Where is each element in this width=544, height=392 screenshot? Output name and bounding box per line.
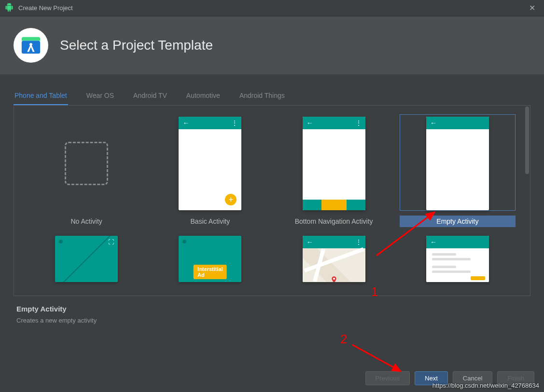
template-fullscreen[interactable]: ⛶ bbox=[25, 234, 148, 282]
template-bottom-navigation[interactable]: ←⋮ Bottom Navigation Activity bbox=[272, 114, 396, 227]
template-label: No Activity bbox=[28, 216, 144, 227]
tab-phone-tablet[interactable]: Phone and Tablet bbox=[14, 89, 68, 105]
close-button[interactable]: ✕ bbox=[525, 1, 539, 14]
fab-icon: + bbox=[225, 194, 237, 205]
window-title: Create New Project bbox=[18, 4, 525, 12]
footer-info: Empty Activity Creates a new empty activ… bbox=[14, 296, 530, 329]
ad-label: Interstitial Ad bbox=[194, 265, 227, 279]
android-studio-logo bbox=[14, 28, 48, 63]
annotation-2: 2 bbox=[340, 332, 347, 347]
template-empty-activity[interactable]: ← Empty Activity bbox=[396, 114, 519, 227]
template-gallery: No Activity ←⋮ + Basic Activity ←⋮ bbox=[14, 106, 530, 296]
template-map[interactable]: ←⋮ bbox=[272, 234, 396, 282]
tabs: Phone and Tablet Wear OS Android TV Auto… bbox=[14, 89, 530, 106]
template-interstitial-ad[interactable]: Interstitial Ad bbox=[148, 234, 272, 282]
tab-wear-os[interactable]: Wear OS bbox=[85, 89, 115, 105]
map-pin-icon bbox=[330, 275, 338, 282]
template-label: Bottom Navigation Activity bbox=[276, 216, 392, 227]
selected-template-title: Empty Activity bbox=[16, 305, 528, 313]
previous-button[interactable]: Previous bbox=[365, 371, 410, 385]
svg-point-2 bbox=[333, 278, 335, 280]
svg-line-4 bbox=[352, 345, 401, 371]
template-label: Empty Activity bbox=[400, 216, 516, 227]
tab-android-things[interactable]: Android Things bbox=[238, 89, 286, 105]
page-heading: Select a Project Template bbox=[60, 38, 213, 53]
template-label: Basic Activity bbox=[152, 216, 268, 227]
android-icon bbox=[5, 3, 14, 14]
tab-automotive[interactable]: Automotive bbox=[185, 89, 221, 105]
watermark: https://blog.csdn.net/weixin_42768634 bbox=[432, 382, 539, 389]
header: Select a Project Template bbox=[0, 16, 544, 74]
template-basic-activity[interactable]: ←⋮ + Basic Activity bbox=[148, 114, 272, 227]
template-no-activity[interactable]: No Activity bbox=[25, 114, 148, 227]
svg-point-1 bbox=[29, 43, 32, 46]
tab-android-tv[interactable]: Android TV bbox=[132, 89, 168, 105]
selected-template-description: Creates a new empty activity bbox=[16, 317, 528, 324]
scrollbar[interactable] bbox=[525, 107, 529, 174]
titlebar: Create New Project ✕ bbox=[0, 0, 544, 16]
template-list[interactable]: ← bbox=[396, 234, 519, 282]
